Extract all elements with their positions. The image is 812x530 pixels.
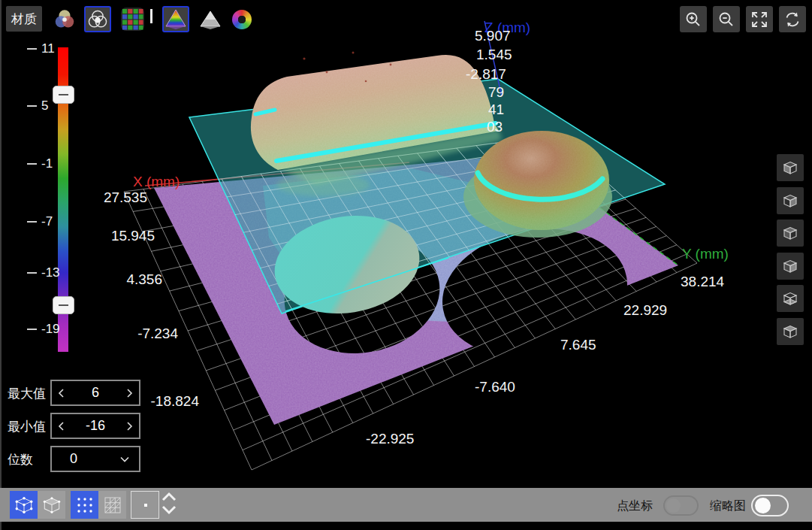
status-bar: 点坐标 缩略图 — [0, 488, 812, 522]
max-increment-button[interactable] — [119, 381, 139, 404]
y-axis-tick: -7.640 — [475, 379, 515, 395]
colorbar-tick-mark — [27, 48, 37, 50]
rgb-circles-icon[interactable] — [51, 6, 78, 32]
colorbar-min-handle[interactable] — [53, 296, 74, 314]
max-value-stepper[interactable]: 6 — [50, 380, 140, 406]
min-value: -16 — [71, 418, 119, 434]
z-axis-tick: 5.907 — [475, 28, 511, 44]
view-cube-back-button[interactable] — [777, 253, 804, 280]
zoom-in-button[interactable] — [680, 6, 707, 32]
x-axis-tick: 27.535 — [104, 189, 147, 205]
view-cube-top-button[interactable] — [777, 318, 804, 345]
window-left-border — [0, 0, 2, 530]
min-decrement-button[interactable] — [52, 414, 71, 438]
colorbar-tick-mark — [27, 329, 37, 330]
toolbar-divider — [150, 9, 152, 23]
y-axis-tick: 38.214 — [681, 274, 724, 289]
y-axis-tick: 22.929 — [623, 302, 667, 318]
x-axis-tick: 15.945 — [111, 228, 155, 244]
colorbar-tick-mark — [27, 163, 37, 165]
thumbnail-toggle[interactable] — [751, 495, 789, 516]
x-axis-tick: -18.824 — [151, 393, 199, 409]
y-axis-label: Y (mm) — [682, 246, 729, 262]
colorbar-tick: -1 — [41, 156, 53, 171]
colorbar-tick: -19 — [41, 322, 60, 337]
point-size-spinner[interactable] — [161, 491, 177, 519]
digits-label: 位数 — [8, 451, 33, 468]
z-axis-tick: 1.545 — [476, 47, 512, 62]
colorbar-max-handle[interactable] — [53, 86, 74, 104]
min-value-label: 最小值 — [8, 418, 46, 435]
rgb-circles-mono-icon[interactable] — [84, 6, 111, 32]
max-decrement-button[interactable] — [52, 381, 71, 404]
colorbar-tick: -7 — [41, 214, 53, 229]
point-size-preview — [131, 491, 159, 519]
rainbow-pyramid-icon[interactable] — [162, 6, 189, 32]
min-increment-button[interactable] — [119, 414, 139, 438]
x-axis-tick: 4.356 — [126, 271, 162, 287]
view-cube-front-button[interactable] — [777, 220, 804, 247]
toggle-knob — [666, 498, 681, 513]
min-value-stepper[interactable]: -16 — [50, 413, 140, 439]
thumbnail-label: 缩略图 — [710, 498, 746, 514]
toggle-knob — [755, 498, 771, 513]
z-axis-tick-partial: 41 — [488, 101, 504, 117]
max-value-label: 最大值 — [8, 385, 46, 402]
view-cube-right-button[interactable] — [777, 187, 804, 214]
digits-value: 0 — [70, 451, 119, 467]
max-value: 6 — [71, 385, 119, 401]
colorbar-tick-mark — [27, 105, 37, 107]
view-cube-bottom-button[interactable] — [777, 285, 804, 312]
chevron-down-icon — [119, 456, 130, 463]
colorbar-tick: -13 — [41, 265, 60, 280]
colorbar-tick-mark — [27, 221, 37, 223]
color-wheel-icon[interactable] — [228, 6, 255, 32]
view-cube-left-button[interactable] — [777, 154, 804, 181]
reset-view-button[interactable] — [779, 6, 806, 32]
colorbar-tick: 11 — [41, 41, 55, 56]
bayer-mosaic-icon[interactable] — [119, 6, 146, 32]
z-axis-tick-partial: 03 — [487, 119, 503, 135]
mesh-display-button[interactable] — [98, 491, 126, 519]
colorbar-tick: 5 — [41, 98, 48, 114]
point-coord-toggle[interactable] — [663, 495, 699, 516]
solid-view-button[interactable] — [38, 491, 65, 519]
y-axis-tick: 7.645 — [560, 337, 596, 353]
zoom-out-button[interactable] — [713, 6, 740, 32]
z-axis-tick-partial: 79 — [488, 84, 504, 100]
x-axis-tick: -7.234 — [137, 326, 178, 341]
fit-view-button[interactable] — [746, 6, 773, 32]
x-axis-label: X (mm) — [133, 174, 180, 189]
point-cloud-view-button[interactable] — [10, 491, 38, 519]
z-axis-tick: -2.817 — [466, 66, 506, 82]
material-button[interactable]: 材质 — [6, 6, 42, 32]
gray-pyramid-icon[interactable] — [197, 6, 224, 32]
points-display-button[interactable] — [71, 491, 98, 519]
y-axis-tick: -22.925 — [366, 431, 414, 447]
colorbar-tick-mark — [27, 272, 37, 274]
point-coord-label: 点坐标 — [617, 498, 653, 514]
digits-dropdown[interactable]: 0 — [50, 446, 140, 472]
